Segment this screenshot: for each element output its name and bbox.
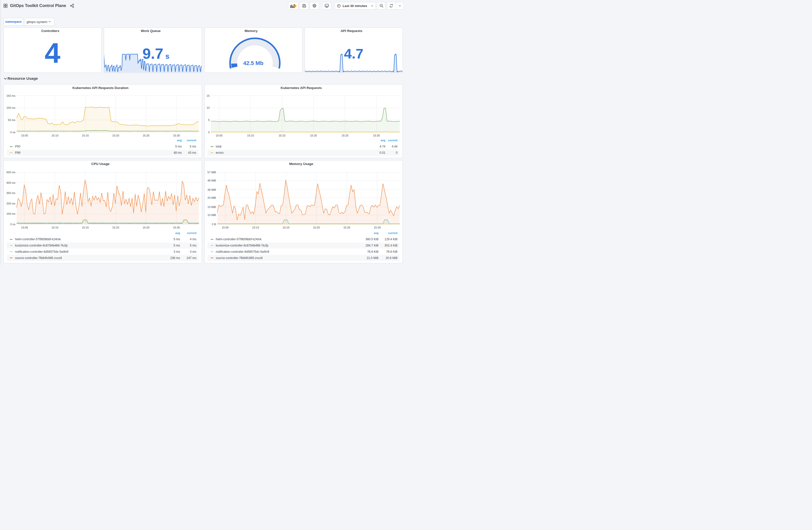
svg-text:300 ms: 300 ms: [6, 191, 15, 194]
svg-text:15:25: 15:25: [344, 226, 350, 229]
svg-text:15:15: 15:15: [82, 226, 89, 229]
svg-text:200 ms: 200 ms: [6, 202, 15, 205]
svg-text:15:20: 15:20: [310, 134, 317, 137]
svg-text:15:15: 15:15: [82, 134, 89, 137]
svg-text:15:15: 15:15: [283, 226, 290, 229]
svg-text:15:25: 15:25: [143, 134, 149, 137]
svg-text:0 ns: 0 ns: [10, 223, 15, 226]
svg-text:15:25: 15:25: [143, 226, 149, 229]
svg-text:15:30: 15:30: [373, 134, 380, 137]
svg-text:15:30: 15:30: [374, 226, 381, 229]
svg-text:100 ms: 100 ms: [6, 212, 15, 215]
svg-text:15:20: 15:20: [112, 226, 119, 229]
svg-text:57 MiB: 57 MiB: [207, 171, 216, 174]
svg-text:48 MiB: 48 MiB: [207, 179, 216, 182]
svg-text:15:10: 15:10: [252, 226, 259, 229]
svg-text:38 MiB: 38 MiB: [207, 188, 216, 191]
svg-text:15:10: 15:10: [52, 226, 59, 229]
svg-text:15:10: 15:10: [52, 134, 59, 137]
svg-text:29 MiB: 29 MiB: [207, 196, 216, 199]
svg-text:15:25: 15:25: [342, 134, 348, 137]
svg-text:0 B: 0 B: [212, 223, 216, 226]
svg-text:0 ns: 0 ns: [10, 131, 15, 134]
svg-text:15:20: 15:20: [313, 226, 320, 229]
svg-text:15:20: 15:20: [112, 134, 119, 137]
svg-text:15:10: 15:10: [247, 134, 254, 137]
svg-text:15:05: 15:05: [21, 226, 28, 229]
svg-text:5: 5: [208, 118, 209, 121]
svg-text:500 ms: 500 ms: [6, 171, 15, 174]
svg-text:15: 15: [207, 94, 209, 97]
svg-text:15:30: 15:30: [173, 226, 180, 229]
svg-text:0: 0: [208, 131, 209, 134]
svg-text:150 ms: 150 ms: [6, 94, 15, 97]
svg-text:15:05: 15:05: [21, 134, 28, 137]
svg-text:10: 10: [207, 106, 209, 109]
svg-text:15:05: 15:05: [222, 226, 229, 229]
svg-text:100 ms: 100 ms: [6, 106, 15, 109]
svg-text:50 ms: 50 ms: [8, 118, 15, 121]
svg-text:15:15: 15:15: [279, 134, 286, 137]
svg-text:19 MiB: 19 MiB: [207, 206, 216, 208]
svg-text:400 ms: 400 ms: [6, 181, 15, 184]
svg-text:10 MiB: 10 MiB: [207, 214, 216, 217]
svg-text:15:30: 15:30: [173, 134, 180, 137]
svg-text:15:05: 15:05: [216, 134, 223, 137]
